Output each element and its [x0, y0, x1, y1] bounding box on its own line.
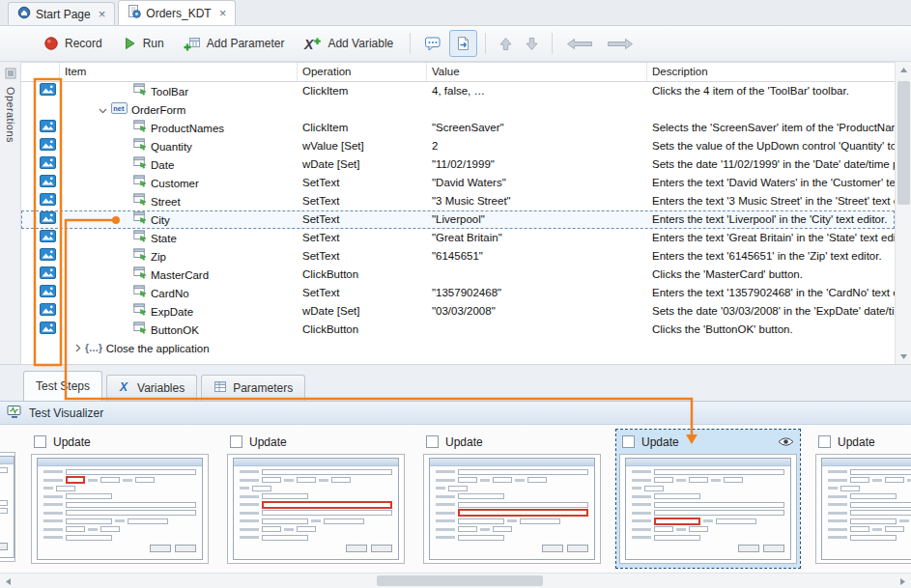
page-tab-parameters[interactable]: Parameters [201, 375, 305, 401]
scroll-right-arrow[interactable] [895, 574, 911, 588]
visualizer-thumbnail[interactable]: Update [616, 430, 800, 568]
operation-cell[interactable]: wDate [Set] [298, 302, 427, 321]
operations-panel-tab[interactable]: Operations [0, 62, 21, 364]
visualizer-header[interactable]: Test Visualizer [0, 401, 911, 425]
horizontal-scrollbar-thumb[interactable] [377, 575, 543, 586]
item-cell[interactable]: ProductNames [60, 119, 298, 137]
operation-cell[interactable]: ClickButton [298, 266, 427, 284]
test-step-row[interactable]: CustomerSetText"David Waters"Enters the … [21, 174, 895, 192]
item-cell[interactable]: MasterCard [60, 266, 298, 284]
item-cell[interactable]: CardNo [60, 284, 298, 302]
operation-cell[interactable]: SetText [298, 229, 427, 247]
test-step-row[interactable]: StreetSetText"3 Music Street"Enters the … [21, 192, 895, 210]
visualizer-image-cell[interactable] [35, 321, 60, 339]
value-cell[interactable]: 4, false, … [427, 82, 647, 100]
test-step-row[interactable]: StateSetText"Great Britain"Enters the te… [21, 229, 895, 247]
update-checkbox[interactable] [34, 435, 46, 448]
test-step-row[interactable]: CardNoSetText"1357902468"Enters the text… [21, 284, 895, 302]
item-cell[interactable]: Zip [60, 247, 298, 266]
value-cell[interactable]: "Liverpool" [427, 210, 647, 229]
item-cell[interactable]: {…}Close the application [60, 339, 298, 357]
column-header-value[interactable]: Value [427, 63, 647, 81]
test-step-row[interactable]: netOrderForm [21, 100, 895, 119]
visualizer-image-cell[interactable] [35, 155, 60, 174]
test-step-row[interactable]: ExpDatewDate [Set]"03/03/2008"Sets the d… [21, 302, 895, 321]
add-parameter-button[interactable]: Add Parameter [175, 31, 294, 56]
page-tab-test-steps[interactable]: Test Steps [23, 371, 102, 401]
test-step-row[interactable]: QuantitywValue [Set]2Sets the value of t… [21, 137, 895, 155]
page-tab-variables[interactable]: XVariables [106, 375, 197, 401]
document-tab-start-page[interactable]: Start Page× [8, 2, 115, 25]
operation-cell[interactable]: SetText [298, 284, 427, 302]
value-cell[interactable]: "David Waters" [427, 174, 647, 192]
horizontal-scrollbar[interactable] [0, 573, 911, 588]
visualizer-image-cell[interactable] [35, 284, 60, 302]
item-cell[interactable]: Quantity [60, 137, 298, 155]
visualizer-thumbnail[interactable]: Update [28, 430, 212, 568]
operation-cell[interactable] [298, 339, 427, 357]
operation-cell[interactable]: wDate [Set] [298, 155, 427, 174]
thumbnail-image[interactable] [815, 454, 911, 564]
document-tab-orders-kdt[interactable]: Orders_KDT× [118, 0, 236, 25]
test-step-row[interactable]: ToolBarClickItem4, false, …Clicks the 4 … [21, 82, 895, 100]
move-right-button[interactable] [601, 33, 640, 55]
value-cell[interactable]: "1357902468" [427, 284, 647, 302]
item-cell[interactable]: ToolBar [60, 82, 298, 100]
operation-cell[interactable]: ClickItem [298, 82, 427, 100]
move-up-button[interactable] [494, 32, 518, 56]
chevron-down-icon[interactable] [99, 101, 107, 119]
tab-close-icon[interactable]: × [99, 8, 106, 20]
value-cell[interactable] [427, 100, 647, 119]
visualizer-thumbnail[interactable]: Update [420, 430, 604, 568]
value-cell[interactable]: "03/03/2008" [427, 302, 647, 321]
description-column-button[interactable] [449, 30, 477, 57]
value-cell[interactable]: "Great Britain" [427, 229, 647, 247]
scroll-down-arrow[interactable] [896, 349, 911, 364]
add-variable-button[interactable]: X Add Variable [295, 31, 402, 56]
visualizer-image-cell[interactable] [35, 210, 60, 229]
test-step-row[interactable]: DatewDate [Set]"11/02/1999"Sets the date… [21, 155, 895, 174]
value-cell[interactable]: "ScreenSaver" [427, 119, 647, 137]
vertical-scrollbar-thumb[interactable] [897, 81, 910, 205]
thumbnail-image[interactable] [31, 454, 209, 564]
test-step-row[interactable]: ProductNamesClickItem"ScreenSaver"Select… [21, 119, 895, 137]
visualizer-thumbnail[interactable]: Update [812, 430, 911, 568]
value-cell[interactable]: 2 [427, 137, 647, 155]
vertical-scrollbar[interactable] [895, 62, 911, 364]
item-cell[interactable]: City [60, 210, 298, 229]
operation-cell[interactable]: ClickItem [298, 119, 427, 137]
operation-cell[interactable]: SetText [298, 192, 427, 210]
visualizer-image-cell[interactable] [35, 247, 60, 266]
item-cell[interactable]: Date [60, 155, 298, 174]
thumbnail-partial[interactable] [0, 452, 15, 562]
record-button[interactable]: Record [35, 31, 111, 56]
thumbnail-image[interactable] [619, 454, 797, 564]
item-cell[interactable]: ButtonOK [60, 321, 298, 339]
test-step-row[interactable]: CitySetText"Liverpool"Enters the text 'L… [21, 210, 895, 229]
operation-cell[interactable] [298, 100, 427, 119]
item-cell[interactable]: State [60, 229, 298, 247]
move-down-button[interactable] [520, 32, 544, 56]
visualizer-image-cell[interactable] [35, 174, 60, 192]
thumbnail-image[interactable] [423, 454, 601, 564]
run-button[interactable]: Run [113, 31, 173, 56]
value-cell[interactable]: "6145651" [427, 247, 647, 266]
visualizer-thumbnail[interactable]: Update [224, 430, 408, 568]
value-cell[interactable] [427, 266, 647, 284]
update-checkbox[interactable] [426, 435, 439, 448]
update-checkbox[interactable] [622, 435, 635, 448]
move-left-button[interactable] [560, 33, 599, 55]
column-header-icons[interactable] [21, 63, 60, 81]
item-cell[interactable]: Street [60, 192, 298, 210]
visualizer-image-cell[interactable] [35, 119, 60, 137]
add-comment-button[interactable] [418, 31, 447, 56]
visualizer-image-cell[interactable] [35, 266, 60, 284]
update-checkbox[interactable] [818, 435, 831, 448]
test-step-row[interactable]: ButtonOKClickButtonClicks the 'ButtonOK'… [21, 321, 895, 339]
column-header-description[interactable]: Description [647, 63, 895, 81]
item-cell[interactable]: netOrderForm [60, 100, 298, 119]
thumbnail-image[interactable] [227, 454, 405, 564]
operation-cell[interactable]: ClickButton [298, 321, 427, 339]
operation-cell[interactable]: SetText [298, 174, 427, 192]
item-cell[interactable]: Customer [60, 174, 298, 192]
